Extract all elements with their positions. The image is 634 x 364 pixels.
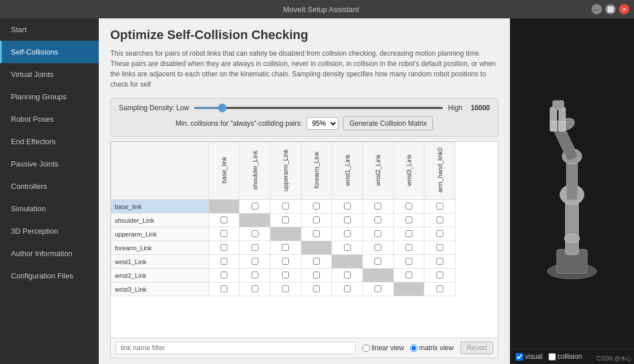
visual-checkbox[interactable] — [516, 353, 523, 361]
sidebar-item-passive-joints[interactable]: Passive Joints — [0, 153, 99, 175]
close-button[interactable]: ✕ — [619, 4, 629, 14]
cell-1-6[interactable] — [393, 214, 424, 227]
sampling-label: Sampling Density: Low — [119, 104, 189, 112]
sidebar-item-3d-perception[interactable]: 3D Perception — [0, 220, 99, 242]
collision-matrix-table-section: base_link shoulder_Link upperarm_Link fo… — [110, 141, 498, 358]
cell-0-1[interactable] — [239, 200, 270, 214]
sidebar-item-author-information[interactable]: Author Information — [0, 242, 99, 265]
cell-1-1 — [239, 214, 270, 227]
row-label-base-link: base_link — [111, 200, 209, 214]
row-label-forearm-link: forearm_Link — [111, 241, 209, 255]
minimize-button[interactable]: — — [592, 4, 602, 14]
checkbox-0-7[interactable] — [436, 203, 443, 210]
linear-view-radio[interactable] — [362, 344, 370, 352]
table-row: upperarm_Link — [111, 227, 455, 241]
sidebar-item-simulation[interactable]: Simulation — [0, 198, 99, 220]
checkbox-0-1[interactable] — [252, 203, 258, 210]
svg-rect-11 — [553, 100, 564, 109]
sidebar-item-configuration-files[interactable]: Configuration Files — [0, 265, 99, 287]
sidebar-item-start[interactable]: Start — [0, 18, 99, 41]
col-upperarm-link: upperarm_Link — [270, 142, 301, 200]
description-text: This searches for pairs of robot links t… — [110, 48, 498, 90]
titlebar: MoveIt Setup Assistant — ⬜ ✕ — [0, 0, 634, 18]
table-row: shoulder_Link — [111, 214, 455, 227]
cell-0-4[interactable] — [332, 200, 363, 214]
linear-view-option[interactable]: linear view — [362, 344, 404, 352]
collisions-select[interactable]: 90% 95% 99% — [307, 117, 338, 130]
link-name-filter-input[interactable] — [115, 342, 355, 354]
sampling-slider[interactable] — [194, 107, 443, 109]
sidebar-item-end-effectors[interactable]: End Effectors — [0, 130, 99, 153]
col-wrist3-link: wrist3_Link — [393, 142, 424, 200]
cell-0-3[interactable] — [301, 200, 332, 214]
view-options: linear view matrix view — [362, 344, 454, 352]
col-base-link: base_link — [208, 142, 239, 200]
collision-matrix-table: base_link shoulder_Link upperarm_Link fo… — [111, 142, 455, 296]
cell-1-3[interactable] — [301, 214, 332, 227]
sampling-row: Sampling Density: Low High 10000 — [119, 104, 490, 112]
robot-canvas — [510, 18, 634, 348]
col-wrist2-link: wrist2_Link — [362, 142, 393, 200]
checkbox-0-6[interactable] — [405, 203, 412, 210]
matrix-view-label: matrix view — [419, 344, 454, 352]
table-row: forearm_Link — [111, 241, 455, 255]
app-body: Start Self-Collisions Virtual Joints Pla… — [0, 18, 634, 364]
matrix-view-option[interactable]: matrix view — [410, 344, 454, 352]
cell-1-2[interactable] — [270, 214, 301, 227]
checkbox-0-2[interactable] — [282, 203, 289, 210]
cell-0-7[interactable] — [424, 200, 455, 214]
collisions-row: Min. collisions for "always"-colliding p… — [119, 117, 490, 130]
row-label-header — [111, 142, 209, 200]
col-shoulder-link: shoulder_Link — [239, 142, 270, 200]
sidebar-item-virtual-joints[interactable]: Virtual Joints — [0, 63, 99, 86]
cell-0-5[interactable] — [362, 200, 393, 214]
sidebar-item-planning-groups[interactable]: Planning Groups — [0, 86, 99, 108]
collisions-label: Min. collisions for "always"-colliding p… — [176, 119, 303, 127]
sidebar-item-self-collisions[interactable]: Self-Collisions — [0, 41, 99, 63]
col-forearm-link: forearm_Link — [301, 142, 332, 200]
checkbox-0-4[interactable] — [344, 203, 351, 210]
row-label-shoulder-link: shoulder_Link — [111, 214, 209, 227]
window-controls[interactable]: — ⬜ ✕ — [592, 4, 629, 14]
row-label-upperarm-link: upperarm_Link — [111, 227, 209, 241]
sidebar-item-robot-poses[interactable]: Robot Poses — [0, 108, 99, 130]
revert-button[interactable]: Revert — [461, 342, 493, 354]
table-footer: linear view matrix view Revert — [111, 338, 498, 358]
table-row: wrist2_Link — [111, 269, 455, 282]
cell-1-4[interactable] — [332, 214, 363, 227]
col-arm-hand-link0: arm_hand_link0 — [424, 142, 455, 200]
checkbox-0-3[interactable] — [313, 203, 320, 210]
linear-view-label: linear view — [372, 344, 404, 352]
maximize-button[interactable]: ⬜ — [605, 4, 616, 14]
collision-checkbox-label[interactable]: collision — [548, 353, 582, 361]
page-title: Optimize Self-Collision Checking — [110, 28, 498, 42]
cell-0-6[interactable] — [393, 200, 424, 214]
cell-1-7[interactable] — [424, 214, 455, 227]
table-wrapper[interactable]: base_link shoulder_Link upperarm_Link fo… — [111, 142, 498, 338]
svg-rect-12 — [550, 121, 556, 131]
matrix-view-radio[interactable] — [410, 344, 417, 352]
svg-point-14 — [565, 234, 580, 242]
cell-0-0 — [208, 200, 239, 214]
cell-0-2[interactable] — [270, 200, 301, 214]
generate-collision-matrix-button[interactable]: Generate Collision Matrix — [343, 117, 433, 130]
row-label-wrist2-link: wrist2_Link — [111, 269, 209, 282]
sidebar-item-controllers[interactable]: Controllers — [0, 175, 99, 198]
cell-1-0[interactable] — [208, 214, 239, 227]
svg-rect-13 — [559, 121, 565, 131]
table-row: wrist3_Link — [111, 282, 455, 296]
robot-preview-panel: visual collision — [510, 18, 634, 364]
row-label-wrist3-link: wrist3_Link — [111, 282, 209, 296]
watermark: CSDN @木心 — [597, 355, 632, 363]
controls-bar: Sampling Density: Low High 10000 Min. co… — [110, 98, 498, 137]
titlebar-title: MoveIt Setup Assistant — [51, 5, 592, 14]
col-wrist1-link: wrist1_Link — [332, 142, 363, 200]
checkbox-0-5[interactable] — [374, 203, 381, 210]
main-inner: Optimize Self-Collision Checking This se… — [99, 18, 510, 364]
visual-label: visual — [525, 353, 543, 361]
table-row: wrist1_Link — [111, 255, 455, 269]
collision-checkbox[interactable] — [548, 353, 556, 361]
collision-label: collision — [558, 353, 582, 361]
cell-1-5[interactable] — [362, 214, 393, 227]
visual-checkbox-label[interactable]: visual — [516, 353, 543, 361]
